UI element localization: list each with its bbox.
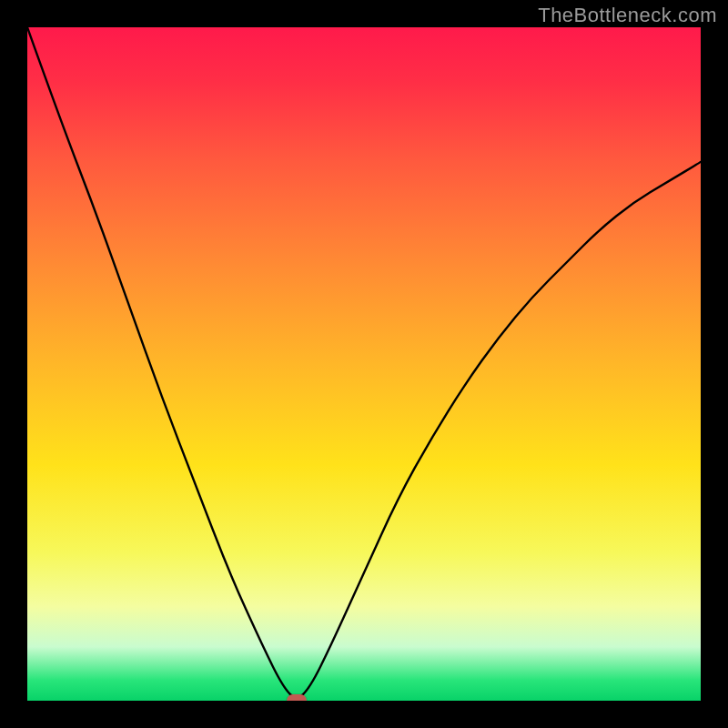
plot-area [27,27,701,701]
curve-svg [27,27,701,701]
watermark-label: TheBottleneck.com [538,4,717,27]
chart-frame: TheBottleneck.com [0,0,728,728]
bottleneck-curve [27,27,701,697]
